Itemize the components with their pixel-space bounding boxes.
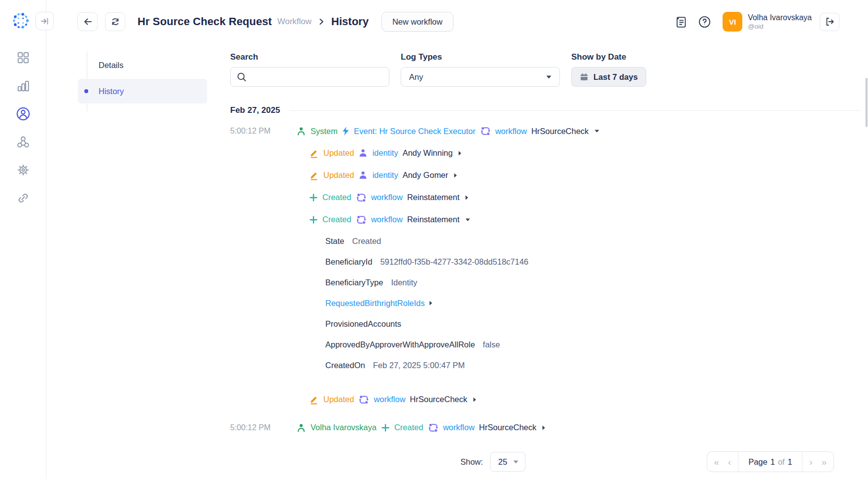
active-tab-dot [84, 89, 88, 93]
log-types-value: Any [409, 72, 423, 82]
timeline-event: 5:00:12 PM System Event: Hr Source Check… [230, 120, 868, 142]
property-row: State Created [325, 231, 868, 251]
search-field [230, 67, 389, 87]
property-row: ProvisionedAccounts [325, 313, 868, 334]
sidebar-item-connections[interactable] [15, 134, 31, 150]
grid-icon [16, 51, 30, 65]
change-object-type[interactable]: identity [372, 148, 398, 158]
breadcrumb: Hr Source Check Request Workflow History [138, 15, 369, 28]
search-label: Search [230, 52, 389, 62]
sidebar-item-dashboard[interactable] [15, 50, 31, 66]
avatar[interactable]: VI [723, 12, 742, 32]
sidebar-item-identities[interactable] [15, 106, 31, 122]
left-rail [0, 0, 46, 479]
help-button[interactable] [696, 13, 713, 30]
new-workflow-button[interactable]: New workflow [382, 12, 453, 32]
event-time: 5:00:12 PM [230, 423, 292, 432]
pagination-status: Page 1 of 1 [738, 452, 802, 472]
change-object-name: Andy Winning [403, 148, 453, 158]
back-button[interactable] [77, 12, 98, 31]
property-label: CreatedOn [325, 361, 365, 370]
date-group-label: Feb 27, 2025 [230, 105, 280, 115]
tab-details[interactable]: Details [47, 54, 230, 76]
property-link[interactable]: RequestedBirthrightRoleIds [325, 299, 425, 308]
person-icon [296, 126, 306, 136]
caret-down-icon[interactable] [594, 130, 599, 133]
collapse-sidebar-button[interactable] [35, 12, 54, 30]
history-panel: Search Log Types Any Show by Date [230, 43, 868, 479]
user-circle-icon [16, 106, 31, 121]
workflow-icon [356, 192, 367, 203]
event-actor: System [311, 127, 338, 136]
top-right-actions: VI Volha Ivarovskaya @oid [672, 12, 839, 32]
change-object-type[interactable]: workflow [371, 193, 403, 202]
bar-chart-icon [16, 79, 30, 93]
page-of-label: of [778, 457, 785, 467]
workflow-icon [358, 394, 369, 405]
first-page-button[interactable]: « [714, 457, 720, 467]
caret-down-icon [546, 75, 552, 79]
event-object-type[interactable]: workflow [495, 127, 527, 136]
caret-right-icon[interactable] [429, 301, 432, 306]
change-action: Created [322, 193, 351, 202]
user-handle: @oid [748, 23, 812, 31]
change-action: Updated [323, 395, 354, 404]
property-row: BeneficiaryType Identity [325, 272, 868, 293]
help-icon [698, 15, 711, 29]
change-object-name: Reinstatement [407, 193, 459, 202]
search-input[interactable] [251, 72, 383, 81]
link-icon [16, 191, 30, 205]
caret-right-icon[interactable] [542, 425, 545, 430]
change-object-type[interactable]: workflow [374, 395, 405, 404]
event-object-type[interactable]: workflow [443, 423, 475, 432]
log-types-label: Log Types [401, 52, 560, 62]
sidebar-item-reports[interactable] [15, 78, 31, 94]
property-row: CreatedOn Feb 27, 2025 5:00:47 PM [325, 355, 868, 376]
change-object-name: Reinstatement [407, 215, 459, 224]
refresh-button[interactable] [105, 12, 125, 31]
date-range-value: Last 7 days [593, 72, 638, 82]
property-value: Feb 27, 2025 5:00:47 PM [373, 361, 465, 370]
page-size-select[interactable]: 25 [490, 452, 525, 472]
pencil-icon [309, 394, 319, 405]
property-value: false [483, 340, 500, 349]
change-action: Created [322, 215, 351, 224]
event-actor: Volha Ivarovskaya [311, 423, 377, 432]
sidebar-item-settings[interactable] [15, 162, 31, 178]
scrollbar-thumb[interactable] [866, 78, 868, 127]
workflow-icon [356, 214, 367, 225]
chevron-right-icon [318, 18, 325, 25]
previous-page-button[interactable]: ‹ [728, 457, 731, 467]
next-page-button[interactable]: › [809, 457, 812, 467]
event-trigger-link[interactable]: Event: Hr Source Check Executor [354, 127, 476, 136]
sidebar-item-links[interactable] [15, 190, 31, 206]
property-label: ApprovedByApproverWithApproveAllRole [325, 340, 475, 349]
property-row: ApprovedByApproverWithApproveAllRole fal… [325, 334, 868, 355]
date-range-button[interactable]: Last 7 days [571, 67, 646, 87]
workflow-icon [480, 126, 491, 137]
caret-right-icon[interactable] [473, 397, 476, 402]
change-row-expanded: Created workflow Reinstatement [309, 208, 868, 231]
change-object-name: Andy Gomer [403, 171, 449, 180]
event-action: Created [394, 423, 423, 432]
caret-down-icon[interactable] [465, 218, 470, 221]
logout-button[interactable] [820, 13, 839, 31]
activity-log-button[interactable] [672, 13, 689, 30]
breadcrumb-current: History [331, 15, 369, 28]
property-value: 5912ffd0-f35b-4277-3342-08dd518c7146 [380, 257, 528, 267]
tab-history[interactable]: History [78, 79, 207, 103]
app-logo[interactable] [10, 10, 31, 31]
tab-history-label: History [99, 87, 124, 96]
last-page-button[interactable]: » [821, 457, 827, 467]
caret-right-icon[interactable] [454, 173, 457, 178]
list-footer: Show: 25 « ‹ Page 1 of 1 › » [460, 451, 834, 472]
change-object-type[interactable]: workflow [371, 215, 403, 224]
refresh-icon [110, 17, 120, 27]
show-label: Show: [460, 457, 483, 467]
person-icon [296, 423, 306, 433]
caret-right-icon[interactable] [458, 151, 461, 156]
event-object-name: HrSourceCheck [531, 127, 589, 136]
change-object-type[interactable]: identity [372, 171, 398, 180]
caret-right-icon[interactable] [465, 195, 468, 200]
log-types-select[interactable]: Any [401, 67, 560, 87]
